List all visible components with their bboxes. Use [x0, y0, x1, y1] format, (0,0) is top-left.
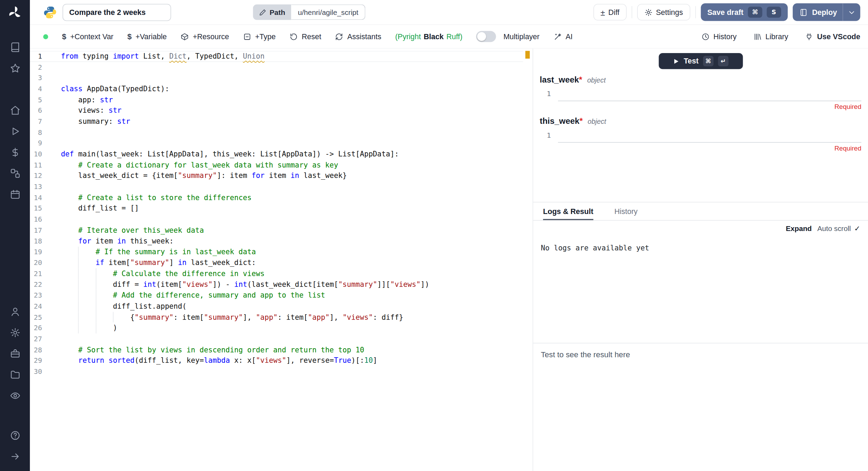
code-line[interactable]: 5 app: str: [30, 94, 523, 105]
dollar-icon[interactable]: [0, 142, 30, 163]
gear-icon[interactable]: [0, 322, 30, 343]
overview-ruler[interactable]: [523, 49, 533, 471]
line-number: 18: [30, 236, 61, 246]
diff-button[interactable]: ± Diff: [593, 4, 627, 20]
code-lines: 1from typing import List, Dict, TypedDic…: [30, 51, 523, 377]
library-button[interactable]: Library: [753, 32, 788, 41]
use-vscode-button[interactable]: Use VScode: [805, 32, 860, 41]
box-icon: [243, 32, 251, 41]
add-context-var-button[interactable]: $ +Context Var: [62, 32, 114, 41]
test-button[interactable]: Test ⌘ ↵: [659, 53, 743, 69]
arg-input-this-week[interactable]: 1: [540, 128, 861, 142]
history-button[interactable]: History: [701, 32, 737, 41]
code-line[interactable]: 14 # Create a list to store the differen…: [30, 192, 523, 203]
code-line[interactable]: 26 ): [30, 323, 523, 333]
lint-status: (Pyright Black Ruff): [395, 32, 462, 41]
line-number: 27: [30, 334, 61, 344]
code-line[interactable]: 18 for item in this_week:: [30, 236, 523, 246]
eye-icon[interactable]: [0, 385, 30, 406]
sidebar: [0, 0, 30, 471]
code-line[interactable]: 15 diff_list = []: [30, 203, 523, 214]
cmd-key-badge: ⌘: [703, 56, 713, 66]
code-line[interactable]: 3: [30, 72, 523, 83]
chevron-down-icon: [848, 8, 856, 16]
line-number: 16: [30, 214, 61, 225]
multiplayer-toggle[interactable]: [476, 31, 496, 42]
path-edit-tag[interactable]: Path: [253, 5, 291, 20]
enter-key-badge: ↵: [718, 56, 728, 66]
code-editor[interactable]: 1from typing import List, Dict, TypedDic…: [30, 49, 523, 471]
code-line[interactable]: 28 # Sort the list by views in descendin…: [30, 344, 523, 355]
windmill-logo-icon[interactable]: [7, 5, 23, 21]
folder-icon[interactable]: [0, 364, 30, 385]
code-line[interactable]: 27: [30, 334, 523, 344]
tab-logs-result[interactable]: Logs & Result: [543, 203, 593, 220]
arg-input-line[interactable]: [558, 87, 861, 101]
line-number: 7: [30, 116, 61, 127]
script-title-input[interactable]: [62, 3, 171, 20]
deploy-dropdown[interactable]: [843, 3, 860, 21]
autoscroll-toggle[interactable]: Auto scroll ✓: [817, 224, 860, 233]
help-icon[interactable]: [0, 425, 30, 446]
line-number: 1: [540, 131, 558, 139]
play-icon[interactable]: [0, 121, 30, 142]
line-number: 24: [30, 301, 61, 312]
code-line[interactable]: 13: [30, 181, 523, 192]
sitemap-icon[interactable]: [0, 163, 30, 184]
result-section: Test to see the result here: [533, 343, 868, 471]
dollar-icon: $: [62, 33, 66, 40]
path-control[interactable]: Path u/henri/agile_script: [253, 5, 366, 20]
path-value: u/henri/agile_script: [291, 5, 366, 20]
line-number: 13: [30, 181, 61, 192]
code-line[interactable]: 8: [30, 127, 523, 138]
line-number: 11: [30, 160, 61, 170]
book-icon[interactable]: [0, 36, 30, 58]
add-resource-button[interactable]: +Resource: [181, 32, 229, 41]
code-line[interactable]: 9: [30, 138, 523, 148]
code-line[interactable]: 16: [30, 214, 523, 225]
code-line[interactable]: 11 # Create a dictionary for last_week d…: [30, 160, 523, 170]
code-line[interactable]: 19 # If the summary is in last_week data: [30, 247, 523, 257]
multiplayer-label[interactable]: Multiplayer: [503, 32, 540, 41]
code-line[interactable]: 29 return sorted(diff_list, key=lambda x…: [30, 355, 523, 366]
code-line[interactable]: 10def main(last_week: List[AppData], thi…: [30, 149, 523, 160]
code-line[interactable]: 7 summary: str: [30, 116, 523, 127]
code-line[interactable]: 21 # Calculate the difference in views: [30, 268, 523, 279]
code-line[interactable]: 20 if item["summary"] in last_week_dict:: [30, 257, 523, 268]
line-number: 2: [30, 62, 61, 72]
code-line[interactable]: 2: [30, 62, 523, 72]
add-type-button[interactable]: +Type: [243, 32, 276, 41]
add-variable-button[interactable]: $ +Variable: [127, 32, 167, 41]
code-line[interactable]: 1from typing import List, Dict, TypedDic…: [30, 51, 523, 62]
code-line[interactable]: 23 # Add the difference, summary and app…: [30, 290, 523, 301]
assistants-button[interactable]: Assistants: [335, 32, 381, 41]
code-line[interactable]: 17 # Iterate over this_week data: [30, 225, 523, 236]
code-line[interactable]: 12 last_week_dict = {item["summary"]: it…: [30, 170, 523, 181]
expand-button[interactable]: Expand: [786, 224, 812, 233]
code-line[interactable]: 30: [30, 366, 523, 377]
calendar-icon[interactable]: [0, 183, 30, 205]
content-row: 1from typing import List, Dict, TypedDic…: [30, 49, 868, 471]
arg-input-last-week[interactable]: 1: [540, 87, 861, 101]
save-draft-button[interactable]: Save draft ⌘ S: [701, 3, 788, 21]
pencil-icon: [259, 9, 266, 16]
wand-icon: [553, 32, 562, 41]
editor-toolbar: $ +Context Var $ +Variable +Resource +Ty…: [30, 25, 868, 49]
code-line[interactable]: 4class AppData(TypedDict):: [30, 84, 523, 94]
code-line[interactable]: 24 diff_list.append(: [30, 301, 523, 312]
toolbox-icon[interactable]: [0, 343, 30, 364]
star-icon[interactable]: [0, 58, 30, 79]
code-line[interactable]: 6 views: str: [30, 105, 523, 116]
tab-history[interactable]: History: [614, 203, 637, 220]
settings-button[interactable]: Settings: [637, 4, 690, 20]
arrow-right-icon[interactable]: [0, 446, 30, 467]
deploy-button[interactable]: Deploy: [793, 3, 860, 21]
arg-input-line[interactable]: [558, 128, 861, 142]
code-line[interactable]: 25 {"summary": item["summary"], "app": i…: [30, 312, 523, 323]
home-icon[interactable]: [0, 100, 30, 121]
reset-button[interactable]: Reset: [290, 32, 321, 41]
logs-tabbar: Logs & Result History: [533, 203, 868, 221]
ai-button[interactable]: AI: [553, 32, 573, 41]
user-icon[interactable]: [0, 301, 30, 322]
code-line[interactable]: 22 diff = int(item["views"]) - int(last_…: [30, 279, 523, 290]
